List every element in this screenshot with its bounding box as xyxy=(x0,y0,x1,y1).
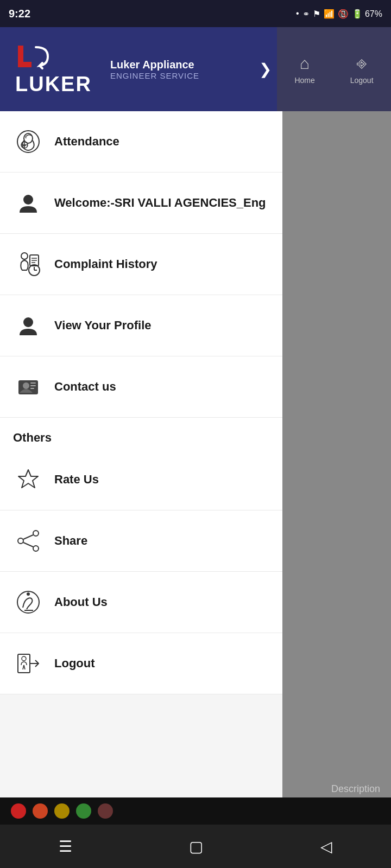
app-header: LUKER Luker Appliance ENGINEER SERVICE ❯ xyxy=(0,27,282,111)
home-icon: ⌂ xyxy=(300,54,310,73)
attendance-icon xyxy=(13,126,43,157)
dot-1 xyxy=(11,803,26,819)
app-subtitle: ENGINEER SERVICE xyxy=(110,71,199,80)
logo-box: LUKER xyxy=(11,39,96,100)
location-icon: ⚑ xyxy=(313,9,320,19)
svg-point-24 xyxy=(18,538,23,544)
svg-line-35 xyxy=(24,665,25,669)
attendance-label: Attendance xyxy=(54,135,119,149)
home-nav-label: Home xyxy=(294,76,314,85)
svg-rect-20 xyxy=(30,385,36,386)
svg-line-26 xyxy=(23,535,33,539)
bottom-menu-button[interactable]: ☰ xyxy=(42,832,89,861)
menu-item-rate-us[interactable]: Rate Us xyxy=(0,449,282,510)
complaint-icon xyxy=(13,249,43,279)
dot-4 xyxy=(76,803,91,819)
battery-icon: 🔋 67% xyxy=(352,9,382,19)
welcome-label: Welcome:-SRI VALLI AGENCIES_Eng xyxy=(54,196,266,210)
bluetooth-icon: • xyxy=(296,9,299,18)
menu-item-complaint-history[interactable]: Complaint History xyxy=(0,234,282,295)
status-bar: 9:22 • ⚭ ⚑ 📶 📵 🔋 67% xyxy=(0,0,391,27)
logo-container: LUKER Luker Appliance ENGINEER SERVICE xyxy=(11,39,199,100)
logout-label: Logout xyxy=(54,656,95,671)
top-navigation: ⌂ Home ⎆ Logout xyxy=(277,27,391,111)
logout-icon: ⎆ xyxy=(357,54,367,73)
svg-marker-22 xyxy=(18,470,38,488)
about-us-label: About Us xyxy=(54,595,108,609)
menu-container: Attendance Welcome:-SRI VALLI AGENCIES_E… xyxy=(0,111,282,868)
gray-overlay xyxy=(282,111,391,797)
logout-menu-icon xyxy=(13,648,43,679)
menu-item-attendance[interactable]: Attendance xyxy=(0,111,282,173)
svg-point-29 xyxy=(27,592,30,596)
home-nav-button[interactable]: ⌂ Home xyxy=(294,54,314,85)
svg-point-16 xyxy=(23,317,33,327)
menu-item-welcome[interactable]: Welcome:-SRI VALLI AGENCIES_Eng xyxy=(0,173,282,234)
user-icon xyxy=(13,188,43,218)
menu-item-logout[interactable]: Logout xyxy=(0,633,282,694)
logout-nav-label: Logout xyxy=(350,76,374,85)
app-name: Luker Appliance xyxy=(110,59,199,71)
svg-point-33 xyxy=(22,656,26,661)
svg-point-23 xyxy=(33,531,39,536)
rate-us-label: Rate Us xyxy=(54,473,99,487)
bottom-back-button[interactable]: ◁ xyxy=(304,832,349,861)
contact-us-label: Contact us xyxy=(54,380,116,394)
menu-item-share[interactable]: Share xyxy=(0,510,282,572)
description-text: Description xyxy=(331,783,380,795)
logout-nav-button[interactable]: ⎆ Logout xyxy=(350,54,374,85)
share-label: Share xyxy=(54,534,87,548)
svg-point-25 xyxy=(33,546,39,551)
dot-3 xyxy=(54,803,70,819)
bluetooth-icon2: ⚭ xyxy=(302,9,310,19)
dot-5 xyxy=(98,803,113,819)
svg-point-7 xyxy=(23,195,33,205)
status-icons: • ⚭ ⚑ 📶 📵 🔋 67% xyxy=(296,9,382,19)
menu-chevron[interactable]: ❯ xyxy=(259,60,272,78)
logo-text: LUKER xyxy=(15,73,92,96)
status-time: 9:22 xyxy=(9,8,30,20)
about-us-icon xyxy=(13,587,43,617)
app-info: Luker Appliance ENGINEER SERVICE xyxy=(110,59,199,80)
share-icon xyxy=(13,526,43,556)
menu-item-about-us[interactable]: About Us xyxy=(0,572,282,633)
svg-rect-31 xyxy=(18,654,30,673)
menu-item-contact-us[interactable]: Contact us xyxy=(0,356,282,418)
svg-rect-0 xyxy=(18,46,23,62)
bottom-navigation: ☰ ▢ ◁ xyxy=(0,825,391,868)
svg-rect-19 xyxy=(30,382,36,384)
view-profile-label: View Your Profile xyxy=(54,318,152,333)
svg-rect-21 xyxy=(30,388,34,389)
svg-point-8 xyxy=(21,253,28,259)
profile-icon xyxy=(13,310,43,341)
others-section-header: Others xyxy=(0,418,282,449)
luker-logo-svg xyxy=(15,43,53,73)
svg-point-2 xyxy=(17,131,39,152)
bottom-home-button[interactable]: ▢ xyxy=(173,832,219,861)
wifi-icon: 📶 xyxy=(324,9,335,19)
signal-icon: 📵 xyxy=(338,9,349,19)
complaint-history-label: Complaint History xyxy=(54,257,157,271)
svg-point-18 xyxy=(23,382,29,389)
svg-line-27 xyxy=(23,542,33,547)
contact-icon xyxy=(13,372,43,402)
dot-2 xyxy=(33,803,48,819)
rate-us-icon xyxy=(13,464,43,495)
color-dots-bar xyxy=(0,797,391,825)
svg-rect-1 xyxy=(18,62,31,67)
menu-item-view-profile[interactable]: View Your Profile xyxy=(0,295,282,356)
